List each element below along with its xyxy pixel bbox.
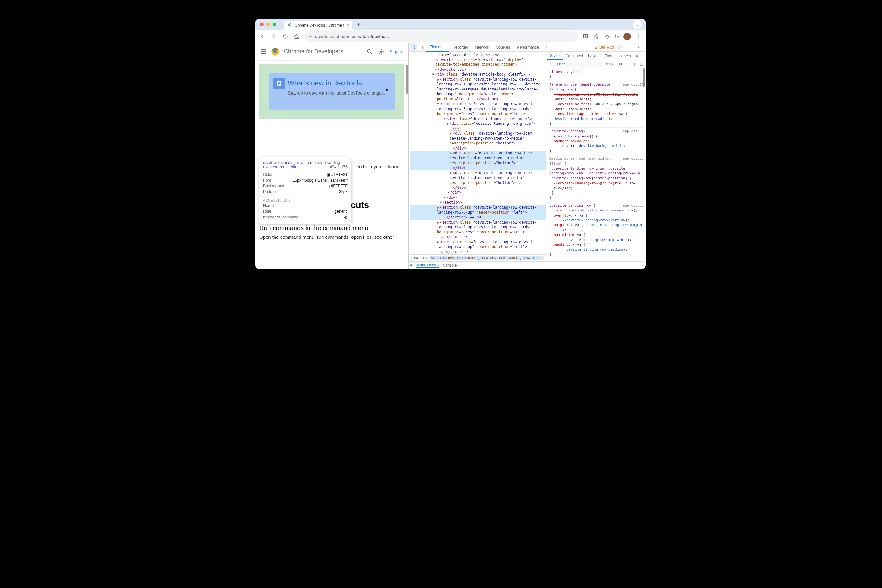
filter-icon [549, 62, 553, 66]
not-focusable-icon: ⊘ [344, 215, 348, 220]
extensions-icon[interactable] [604, 33, 610, 40]
styles-tab-computed[interactable]: Computed [563, 52, 586, 60]
install-icon[interactable] [582, 33, 589, 40]
tab-sources[interactable]: Sources [493, 43, 513, 52]
breadcrumbs[interactable]: ◂ earfix. section.devsite-landing-row.de… [409, 254, 547, 261]
maximize-window-icon[interactable] [273, 22, 276, 26]
copy-styles-icon[interactable] [633, 62, 638, 66]
url-text: developer.chrome.com/docs/devtools [315, 34, 389, 39]
site-title[interactable]: Chrome for Developers [284, 48, 343, 55]
site-header: ☰ Chrome for Developers Sign in [255, 43, 408, 61]
back-button[interactable] [258, 33, 266, 40]
chrome-favicon-icon [287, 23, 292, 28]
styles-filter-input[interactable] [555, 62, 603, 67]
svg-point-22 [619, 46, 620, 48]
signin-link[interactable]: Sign in [389, 49, 403, 54]
profile-avatar[interactable] [624, 33, 631, 40]
tab-elements[interactable]: Elements [427, 43, 449, 52]
minimize-window-icon[interactable] [266, 22, 270, 26]
styles-tab-styles[interactable]: Styles [547, 52, 563, 60]
styles-rules[interactable]: element.style {} app.css:37[theme=chrome… [547, 68, 646, 261]
crumb-scroll-right-icon[interactable]: ▸ [543, 256, 545, 260]
devtools-panel: Elements Recorder Network Sources Perfor… [408, 43, 646, 269]
cursor-icon: ➤ [385, 87, 389, 93]
elements-tree[interactable]: role="navigation"> … </div> <devsite-toc… [409, 52, 547, 254]
device-toolbar-icon[interactable] [418, 44, 426, 51]
styles-scrollbar[interactable] [643, 68, 645, 87]
tabs-overflow-icon[interactable]: » [543, 44, 550, 51]
devtools-drawer: What's new × Console × [409, 261, 646, 269]
page-scrollbar[interactable] [406, 65, 408, 94]
cls-button[interactable]: .cls [616, 62, 626, 66]
error-count[interactable]: ▲ 168 [595, 45, 605, 49]
breadcrumb-selected[interactable]: section.devsite-landing-row.devsite-land… [430, 256, 542, 260]
tab-bar: Chrome DevTools | Chrome f × + ⌄ [255, 19, 646, 30]
element-inspect-tooltip: div.devsite-landing-row-item.devsite-lan… [259, 157, 352, 224]
tab-network[interactable]: Network [472, 43, 492, 52]
document-icon [273, 78, 285, 89]
svg-point-8 [638, 38, 639, 38]
drawer-tab-whatsnew[interactable]: What's new × [416, 263, 439, 268]
styles-tabs-overflow-icon[interactable]: » [634, 52, 641, 60]
devtools-toolbar: Elements Recorder Network Sources Perfor… [409, 43, 646, 52]
whats-new-card[interactable]: What's new in DevTools Stay up to date w… [269, 74, 395, 110]
drawer-tab-console[interactable]: Console [443, 263, 457, 268]
home-button[interactable] [293, 33, 301, 40]
tab-overflow-icon[interactable]: ⌄ [633, 20, 642, 29]
window-controls [260, 22, 276, 26]
svg-point-14 [380, 51, 383, 53]
svg-rect-25 [640, 63, 643, 65]
styles-panel: Styles Computed Layout Event Listeners »… [547, 52, 646, 261]
theme-icon[interactable] [378, 49, 385, 55]
toggle-panel-icon[interactable] [639, 62, 644, 66]
drawer-indicator-icon [410, 264, 412, 266]
tab-recorder[interactable]: Recorder [449, 43, 471, 52]
svg-rect-21 [422, 46, 424, 49]
site-info-icon[interactable] [308, 34, 313, 39]
hov-button[interactable]: :hov [605, 62, 614, 66]
tab-title: Chrome DevTools | Chrome f [295, 23, 344, 28]
grid-badge[interactable]: grid [451, 127, 461, 131]
svg-rect-24 [634, 63, 637, 66]
svg-point-12 [273, 50, 277, 53]
more-icon[interactable]: ⋮ [625, 44, 633, 51]
search-icon[interactable] [367, 49, 373, 55]
crumb-scroll-left-icon[interactable]: ◂ [410, 256, 413, 260]
styles-tab-layout[interactable]: Layout [586, 52, 602, 60]
svg-point-7 [638, 36, 639, 36]
selected-dom-node: ▶<div class="devsite-landing-row-item de… [410, 151, 546, 171]
google-account-icon[interactable]: G [615, 33, 619, 40]
address-bar[interactable]: developer.chrome.com/docs/devtools [304, 32, 578, 42]
reload-button[interactable] [281, 33, 289, 40]
warning-count[interactable]: ■ 10 [607, 45, 614, 49]
svg-rect-3 [309, 36, 310, 37]
card-subtitle: Stay up to date with the latest DevTools… [288, 90, 389, 96]
svg-point-6 [638, 34, 639, 35]
menu-icon[interactable] [636, 34, 641, 39]
hamburger-icon[interactable]: ☰ [260, 48, 266, 56]
svg-point-13 [368, 49, 371, 53]
forward-button[interactable] [270, 33, 278, 40]
styles-tab-listeners[interactable]: Event Listeners [602, 52, 634, 60]
bookmark-icon[interactable] [593, 33, 600, 40]
url-bar: developer.chrome.com/docs/devtools G [255, 30, 646, 43]
tab-performance[interactable]: Performance [514, 43, 542, 52]
tab-close-icon[interactable]: × [347, 23, 349, 28]
drawer-close-icon[interactable]: × [642, 263, 644, 268]
tooltip-dimensions: 494 × 176 [330, 165, 348, 169]
highlight-overlay: What's new in DevTools Stay up to date w… [259, 64, 404, 119]
svg-rect-4 [311, 36, 312, 37]
inspect-element-icon[interactable] [410, 44, 418, 51]
browser-tab[interactable]: Chrome DevTools | Chrome f × [284, 21, 352, 30]
page-viewport: ☰ Chrome for Developers Sign in What's n… [255, 43, 408, 269]
section-text: Open the command menu, run commands, ope… [259, 234, 404, 240]
svg-rect-16 [278, 82, 280, 83]
new-tab-button[interactable]: + [354, 20, 363, 29]
svg-rect-2 [309, 36, 310, 36]
card-title: What's new in DevTools [288, 79, 389, 87]
new-style-icon[interactable]: + [628, 62, 631, 66]
svg-rect-18 [278, 84, 279, 85]
close-devtools-icon[interactable]: × [635, 44, 642, 51]
settings-icon[interactable] [616, 44, 624, 51]
close-window-icon[interactable] [260, 22, 264, 26]
